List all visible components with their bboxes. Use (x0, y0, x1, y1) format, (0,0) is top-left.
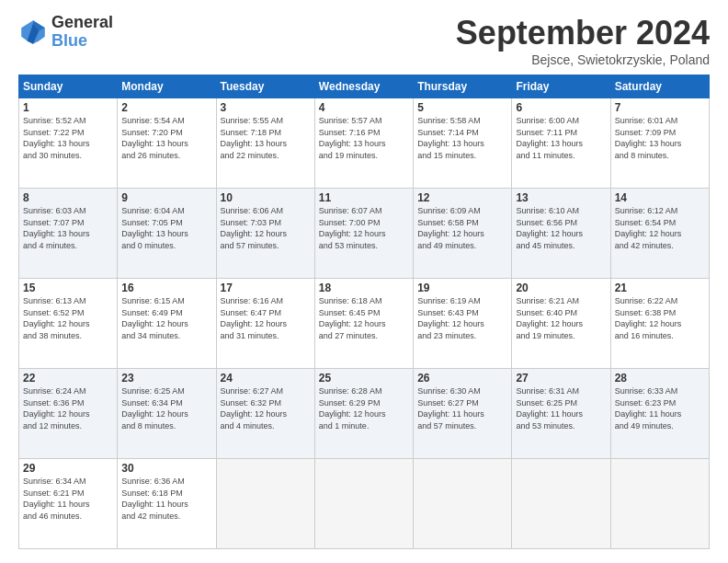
calendar-cell (314, 459, 413, 549)
day-number: 19 (417, 282, 507, 294)
day-number: 16 (121, 282, 211, 294)
day-info: Sunrise: 6:12 AM Sunset: 6:54 PM Dayligh… (615, 205, 705, 251)
calendar-header-row: SundayMondayTuesdayWednesdayThursdayFrid… (19, 75, 710, 98)
calendar-cell: 18Sunrise: 6:18 AM Sunset: 6:45 PM Dayli… (314, 279, 413, 369)
day-info: Sunrise: 6:31 AM Sunset: 6:25 PM Dayligh… (516, 385, 606, 431)
logo-line2: Blue (51, 31, 87, 50)
calendar-cell: 22Sunrise: 6:24 AM Sunset: 6:36 PM Dayli… (19, 369, 118, 459)
calendar-cell: 14Sunrise: 6:12 AM Sunset: 6:54 PM Dayli… (610, 189, 709, 279)
day-info: Sunrise: 6:33 AM Sunset: 6:23 PM Dayligh… (615, 385, 705, 431)
calendar-cell: 25Sunrise: 6:28 AM Sunset: 6:29 PM Dayli… (314, 369, 413, 459)
header-thursday: Thursday (414, 75, 512, 98)
calendar-cell: 3Sunrise: 5:55 AM Sunset: 7:18 PM Daylig… (216, 98, 314, 189)
day-info: Sunrise: 6:34 AM Sunset: 6:21 PM Dayligh… (23, 476, 113, 522)
calendar-cell: 5Sunrise: 5:58 AM Sunset: 7:14 PM Daylig… (414, 98, 512, 189)
calendar-cell: 15Sunrise: 6:13 AM Sunset: 6:52 PM Dayli… (19, 279, 118, 369)
day-number: 11 (319, 191, 409, 204)
header-monday: Monday (118, 75, 216, 98)
day-number: 15 (23, 282, 113, 294)
day-info: Sunrise: 5:54 AM Sunset: 7:20 PM Dayligh… (121, 115, 211, 161)
day-number: 20 (516, 282, 606, 294)
day-number: 23 (121, 372, 211, 385)
calendar-row-3: 15Sunrise: 6:13 AM Sunset: 6:52 PM Dayli… (19, 279, 710, 369)
day-info: Sunrise: 6:19 AM Sunset: 6:43 PM Dayligh… (417, 295, 507, 341)
day-info: Sunrise: 6:10 AM Sunset: 6:56 PM Dayligh… (516, 205, 606, 251)
day-number: 6 (516, 101, 606, 114)
day-number: 17 (221, 282, 311, 294)
day-number: 24 (221, 372, 311, 385)
logo: General Blue (18, 14, 113, 51)
calendar-cell: 4Sunrise: 5:57 AM Sunset: 7:16 PM Daylig… (314, 98, 413, 189)
calendar-cell: 11Sunrise: 6:07 AM Sunset: 7:00 PM Dayli… (314, 189, 413, 279)
header-saturday: Saturday (610, 75, 709, 98)
calendar-cell (512, 459, 610, 549)
day-info: Sunrise: 6:36 AM Sunset: 6:18 PM Dayligh… (121, 476, 211, 522)
day-info: Sunrise: 6:27 AM Sunset: 6:32 PM Dayligh… (221, 385, 311, 431)
day-info: Sunrise: 5:52 AM Sunset: 7:22 PM Dayligh… (23, 115, 113, 161)
day-number: 10 (221, 191, 311, 204)
day-info: Sunrise: 6:21 AM Sunset: 6:40 PM Dayligh… (516, 295, 606, 341)
logo-text: General Blue (51, 14, 113, 51)
calendar-row-1: 1Sunrise: 5:52 AM Sunset: 7:22 PM Daylig… (19, 98, 710, 189)
day-info: Sunrise: 5:58 AM Sunset: 7:14 PM Dayligh… (417, 115, 507, 161)
day-info: Sunrise: 6:25 AM Sunset: 6:34 PM Dayligh… (121, 385, 211, 431)
day-number: 7 (615, 101, 705, 114)
calendar-row-2: 8Sunrise: 6:03 AM Sunset: 7:07 PM Daylig… (19, 189, 710, 279)
day-number: 14 (615, 191, 705, 204)
day-number: 26 (417, 372, 507, 385)
calendar-cell: 20Sunrise: 6:21 AM Sunset: 6:40 PM Dayli… (512, 279, 610, 369)
day-info: Sunrise: 6:28 AM Sunset: 6:29 PM Dayligh… (319, 385, 409, 431)
day-number: 9 (121, 191, 211, 204)
day-number: 28 (615, 372, 705, 385)
day-number: 21 (615, 282, 705, 294)
calendar-cell: 26Sunrise: 6:30 AM Sunset: 6:27 PM Dayli… (414, 369, 512, 459)
day-info: Sunrise: 6:04 AM Sunset: 7:05 PM Dayligh… (121, 205, 211, 251)
day-info: Sunrise: 6:09 AM Sunset: 6:58 PM Dayligh… (417, 205, 507, 251)
calendar-cell: 30Sunrise: 6:36 AM Sunset: 6:18 PM Dayli… (118, 459, 216, 549)
day-info: Sunrise: 6:13 AM Sunset: 6:52 PM Dayligh… (23, 295, 113, 341)
day-info: Sunrise: 6:15 AM Sunset: 6:49 PM Dayligh… (121, 295, 211, 341)
calendar-cell (610, 459, 709, 549)
day-info: Sunrise: 6:18 AM Sunset: 6:45 PM Dayligh… (319, 295, 409, 341)
day-info: Sunrise: 6:22 AM Sunset: 6:38 PM Dayligh… (615, 295, 705, 341)
header: General Blue September 2024 Bejsce, Swie… (18, 14, 710, 67)
page: General Blue September 2024 Bejsce, Swie… (0, 0, 728, 563)
calendar-cell: 21Sunrise: 6:22 AM Sunset: 6:38 PM Dayli… (610, 279, 709, 369)
calendar-row-5: 29Sunrise: 6:34 AM Sunset: 6:21 PM Dayli… (19, 459, 710, 549)
day-info: Sunrise: 6:03 AM Sunset: 7:07 PM Dayligh… (23, 205, 113, 251)
day-info: Sunrise: 6:16 AM Sunset: 6:47 PM Dayligh… (221, 295, 311, 341)
calendar-cell: 10Sunrise: 6:06 AM Sunset: 7:03 PM Dayli… (216, 189, 314, 279)
calendar-table: SundayMondayTuesdayWednesdayThursdayFrid… (18, 75, 710, 549)
location-subtitle: Bejsce, Swietokrzyskie, Poland (456, 52, 710, 67)
day-number: 4 (319, 101, 409, 114)
day-number: 22 (23, 372, 113, 385)
day-info: Sunrise: 6:06 AM Sunset: 7:03 PM Dayligh… (221, 205, 311, 251)
day-number: 1 (23, 101, 113, 114)
calendar-cell (414, 459, 512, 549)
day-info: Sunrise: 6:24 AM Sunset: 6:36 PM Dayligh… (23, 385, 113, 431)
calendar-cell: 24Sunrise: 6:27 AM Sunset: 6:32 PM Dayli… (216, 369, 314, 459)
header-sunday: Sunday (19, 75, 118, 98)
calendar-cell: 19Sunrise: 6:19 AM Sunset: 6:43 PM Dayli… (414, 279, 512, 369)
day-info: Sunrise: 5:55 AM Sunset: 7:18 PM Dayligh… (221, 115, 311, 161)
header-friday: Friday (512, 75, 610, 98)
day-number: 25 (319, 372, 409, 385)
day-info: Sunrise: 6:00 AM Sunset: 7:11 PM Dayligh… (516, 115, 606, 161)
day-number: 12 (417, 191, 507, 204)
day-info: Sunrise: 6:30 AM Sunset: 6:27 PM Dayligh… (417, 385, 507, 431)
header-wednesday: Wednesday (314, 75, 413, 98)
day-number: 27 (516, 372, 606, 385)
calendar-cell: 7Sunrise: 6:01 AM Sunset: 7:09 PM Daylig… (610, 98, 709, 189)
month-title: September 2024 (456, 14, 710, 52)
day-number: 2 (121, 101, 211, 114)
calendar-row-4: 22Sunrise: 6:24 AM Sunset: 6:36 PM Dayli… (19, 369, 710, 459)
day-number: 8 (23, 191, 113, 204)
calendar-cell: 16Sunrise: 6:15 AM Sunset: 6:49 PM Dayli… (118, 279, 216, 369)
day-number: 3 (221, 101, 311, 114)
logo-icon (18, 17, 48, 47)
day-info: Sunrise: 6:01 AM Sunset: 7:09 PM Dayligh… (615, 115, 705, 161)
day-number: 18 (319, 282, 409, 294)
calendar-cell: 28Sunrise: 6:33 AM Sunset: 6:23 PM Dayli… (610, 369, 709, 459)
day-info: Sunrise: 6:07 AM Sunset: 7:00 PM Dayligh… (319, 205, 409, 251)
day-info: Sunrise: 5:57 AM Sunset: 7:16 PM Dayligh… (319, 115, 409, 161)
